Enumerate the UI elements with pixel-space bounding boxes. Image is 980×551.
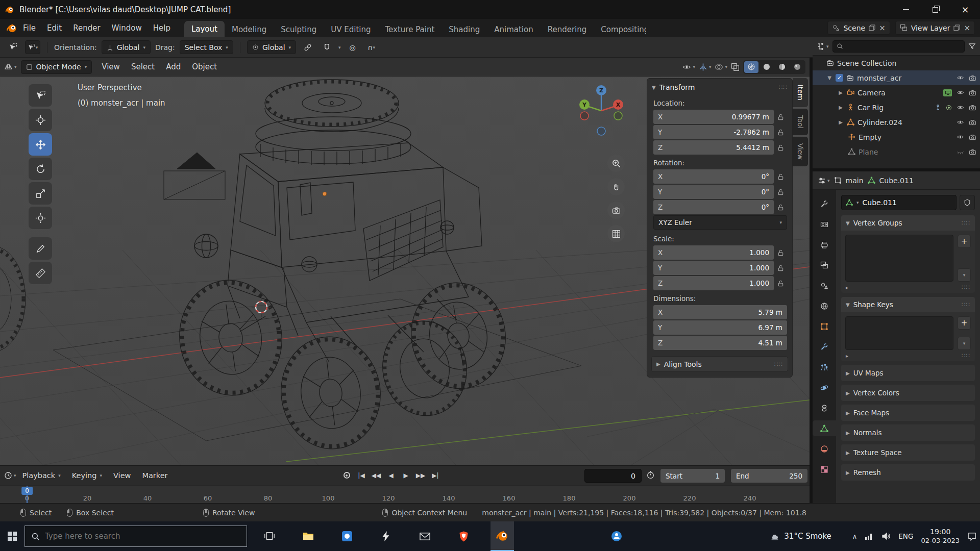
tray-expand-icon[interactable]: ∧ (852, 533, 857, 540)
lock-icon[interactable] (774, 144, 787, 151)
dimensions-z-field[interactable]: Z4.51 m (653, 336, 787, 350)
tool-transform[interactable] (29, 207, 52, 229)
viewport-menu-add[interactable]: Add (160, 62, 186, 71)
jump-to-end-button[interactable]: ▶| (429, 468, 442, 482)
workspace-tab-shading[interactable]: Shading (442, 22, 487, 37)
outliner-row-scene-collection[interactable]: Scene Collection (813, 56, 980, 70)
falloff-dropdown-icon[interactable]: ∩▾ (364, 40, 379, 54)
scale-x-field[interactable]: X1.000 (653, 245, 774, 260)
hide-eye-icon[interactable] (957, 118, 964, 126)
tab-modifiers[interactable] (813, 339, 836, 355)
preview-range-icon[interactable] (646, 470, 655, 479)
lock-icon[interactable] (774, 173, 787, 180)
app-icon-lightning[interactable] (374, 521, 398, 551)
minimize-button[interactable] (891, 0, 921, 19)
hide-eye-icon[interactable] (957, 104, 964, 111)
transform-panel-header[interactable]: ▼ Transform ∷∷ (647, 79, 792, 96)
scale-z-field[interactable]: Z1.000 (653, 276, 774, 290)
fake-user-shield-icon[interactable] (960, 195, 975, 210)
volume-icon[interactable] (881, 532, 891, 540)
collection-checkbox[interactable]: ✓ (836, 74, 843, 82)
sidebar-tab-item[interactable]: Item (793, 78, 808, 107)
menu-help[interactable]: Help (148, 23, 176, 33)
menu-file[interactable]: File (17, 23, 41, 33)
sidebar-tab-tool[interactable]: Tool (793, 109, 808, 135)
app-icon-blue[interactable] (335, 521, 359, 551)
mail-icon[interactable] (413, 521, 436, 551)
file-explorer-icon[interactable] (297, 521, 320, 551)
tool-rotate[interactable] (29, 158, 52, 180)
outliner-row-plane[interactable]: Plane (813, 144, 980, 159)
location-y-field[interactable]: Y-2.7862 m (653, 125, 774, 139)
tab-scene[interactable] (813, 278, 836, 293)
proportional-editing-icon[interactable]: ◎ (346, 40, 360, 54)
navigation-gizmo[interactable]: Z Y X (573, 82, 630, 139)
timeline-view-menu[interactable]: View (108, 471, 136, 480)
outliner-row-monster-acr[interactable]: ▼ ✓ monster_acr (813, 70, 980, 85)
lock-icon[interactable] (774, 265, 787, 271)
outliner-search[interactable] (832, 40, 965, 53)
unlink-scene-icon[interactable]: × (879, 23, 886, 33)
lock-icon[interactable] (774, 280, 787, 287)
lock-icon[interactable] (774, 129, 787, 136)
task-view-icon[interactable] (258, 521, 281, 551)
workspace-tab-compositing[interactable]: Compositing (594, 22, 646, 37)
hide-eye-icon[interactable] (957, 89, 964, 96)
drag-dropdown[interactable]: Select Box▾ (180, 40, 233, 54)
tab-texture[interactable] (813, 461, 836, 477)
workspace-tab-modeling[interactable]: Modeling (225, 22, 274, 37)
tab-tool[interactable] (813, 196, 836, 212)
panel-grip-icon[interactable]: ∷∷ (962, 219, 970, 227)
menu-edit[interactable]: Edit (41, 23, 67, 33)
expand-icon[interactable]: ▶ (838, 119, 844, 125)
taskbar-search[interactable] (24, 525, 247, 547)
active-camera-icon[interactable] (943, 89, 952, 96)
restore-button[interactable] (921, 0, 950, 19)
tool-select-box[interactable] (29, 84, 52, 107)
tab-world[interactable] (813, 298, 836, 314)
workspace-tab-layout[interactable]: Layout (184, 21, 225, 37)
tab-render[interactable] (813, 216, 836, 232)
mode-dropdown[interactable]: Object Mode▾ (21, 60, 92, 74)
panel-grip-icon[interactable]: ∷∷ (962, 352, 970, 359)
editor-type-button[interactable]: ▾ (4, 63, 17, 71)
expand-icon[interactable]: ▸ (846, 285, 848, 290)
blender-taskbar-icon[interactable] (491, 521, 514, 551)
rotation-x-field[interactable]: X0° (653, 169, 774, 184)
keying-menu[interactable]: Keying▾ (67, 471, 107, 480)
play-button[interactable]: ▶ (399, 468, 412, 482)
disable-render-icon[interactable] (969, 89, 976, 96)
outliner-row-empty[interactable]: Empty (813, 130, 980, 144)
timeline-ruler[interactable]: 0 20 40 60 80 100 120 140 160 180 200 22… (0, 485, 810, 504)
tool-popover-button[interactable]: ▾ (25, 40, 40, 54)
tool-cursor[interactable] (29, 109, 52, 131)
filter-icon[interactable] (968, 42, 976, 50)
zoom-icon[interactable] (607, 155, 625, 172)
get-help-icon[interactable] (605, 521, 628, 551)
xray-toggle[interactable] (731, 63, 740, 71)
add-vertex-group-button[interactable]: + (958, 235, 971, 248)
view-layer-selector[interactable]: View Layer × (895, 21, 975, 35)
workspace-tab-uv-editing[interactable]: UV Editing (324, 22, 378, 37)
panel-grip-icon[interactable]: ∷∷ (774, 361, 783, 368)
ortho-grid-icon[interactable] (607, 225, 625, 242)
tool-measure[interactable] (29, 262, 52, 284)
add-shape-key-button[interactable]: + (958, 316, 971, 330)
timeline-editor-type-button[interactable]: ▾ (4, 471, 16, 480)
outliner-row-camera[interactable]: ▶ Camera (813, 85, 980, 100)
jump-to-start-button[interactable]: |◀ (355, 468, 368, 482)
rotation-mode-dropdown[interactable]: XYZ Euler▾ (653, 215, 787, 230)
tab-object-data[interactable] (813, 420, 836, 436)
pivot-dropdown[interactable]: Global▾ (247, 40, 296, 54)
vertex-groups-list[interactable] (845, 235, 953, 282)
vertex-groups-panel-header[interactable]: ▼Vertex Groups ∷∷ (841, 215, 975, 231)
viewport-menu-view[interactable]: View (96, 62, 126, 71)
show-gizmo-dropdown[interactable]: ▾ (699, 63, 712, 71)
location-z-field[interactable]: Z5.4412 m (653, 140, 774, 155)
taskbar-clock[interactable]: 19:00 02-03-2023 (921, 527, 960, 545)
new-scene-icon[interactable] (869, 24, 875, 31)
tab-physics[interactable] (813, 380, 836, 395)
tab-material[interactable] (813, 441, 836, 457)
expand-icon[interactable]: ▶ (838, 105, 844, 110)
new-view-layer-icon[interactable] (953, 24, 960, 31)
